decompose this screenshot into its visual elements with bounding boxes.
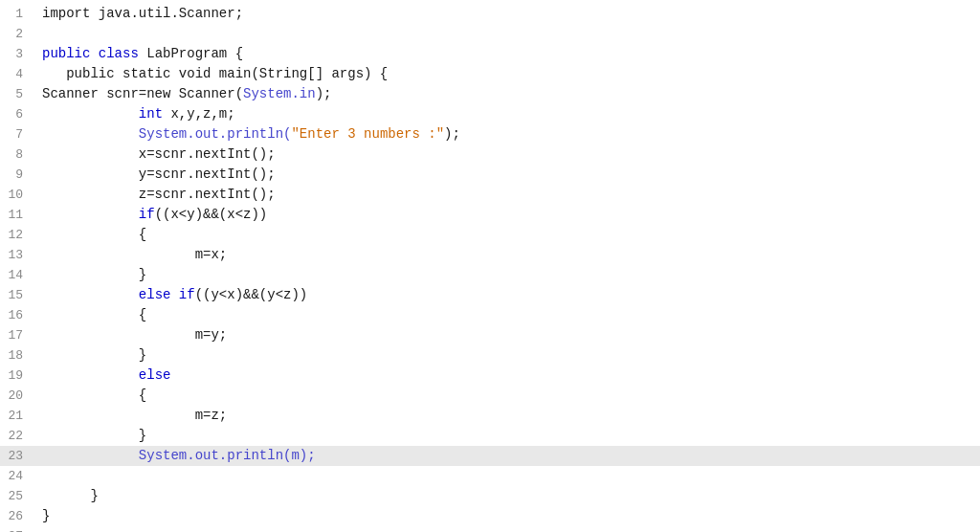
code-line: 26}	[0, 506, 980, 526]
line-content	[34, 466, 980, 485]
code-line: 20 {	[0, 386, 980, 406]
code-line: 6 int x,y,z,m;	[0, 104, 980, 124]
code-line: 18 }	[0, 345, 980, 366]
line-content: m=y;	[34, 325, 980, 344]
code-line: 21 m=z;	[0, 406, 980, 426]
line-number: 8	[0, 145, 34, 165]
line-number: 18	[0, 346, 34, 366]
code-line: 13 m=x;	[0, 245, 980, 265]
line-content: {	[34, 305, 980, 324]
code-line: 9 y=scnr.nextInt();	[0, 165, 980, 185]
line-number: 21	[0, 407, 34, 426]
line-content: z=scnr.nextInt();	[34, 185, 980, 204]
line-number: 4	[0, 65, 34, 84]
code-line: 27	[0, 526, 980, 532]
line-number: 2	[0, 25, 34, 44]
code-line: 24	[0, 466, 980, 486]
line-number: 3	[0, 45, 34, 64]
code-line: 16 {	[0, 305, 980, 325]
line-content: else	[34, 366, 980, 385]
code-line: 3public class LabProgram {	[0, 44, 980, 64]
line-number: 25	[0, 487, 34, 506]
code-line: 15 else if((y<x)&&(y<z))	[0, 285, 980, 305]
line-content: Scanner scnr=new Scanner(System.in);	[34, 84, 980, 103]
code-line: 7 System.out.println("Enter 3 numbers :"…	[0, 124, 980, 144]
code-line: 1import java.util.Scanner;	[0, 4, 980, 24]
line-number: 23	[0, 447, 34, 466]
line-content: m=x;	[34, 245, 980, 264]
code-line: 11 if((x<y)&&(x<z))	[0, 205, 980, 225]
line-number: 6	[0, 105, 34, 124]
line-number: 7	[0, 125, 34, 144]
line-number: 12	[0, 226, 34, 245]
code-line: 22 }	[0, 426, 980, 446]
line-content: }	[34, 506, 980, 525]
line-content	[34, 24, 980, 43]
code-line: 8 x=scnr.nextInt();	[0, 144, 980, 165]
line-content: }	[34, 426, 980, 445]
line-content: else if((y<x)&&(y<z))	[34, 285, 980, 304]
line-content	[34, 526, 980, 532]
line-content: public class LabProgram {	[34, 44, 980, 63]
code-line: 25 }	[0, 486, 980, 506]
line-number: 16	[0, 306, 34, 325]
line-number: 5	[0, 85, 34, 104]
line-content: }	[34, 345, 980, 365]
code-line: 17 m=y;	[0, 325, 980, 345]
line-number: 15	[0, 286, 34, 305]
code-line: 5Scanner scnr=new Scanner(System.in);	[0, 84, 980, 104]
line-content: System.out.println(m);	[34, 446, 980, 465]
code-line: 2	[0, 24, 980, 44]
line-content: {	[34, 386, 980, 405]
line-number: 27	[0, 527, 34, 532]
line-number: 9	[0, 166, 34, 185]
code-line: 12 {	[0, 225, 980, 245]
line-number: 1	[0, 5, 34, 24]
line-content: if((x<y)&&(x<z))	[34, 205, 980, 224]
code-line: 14 }	[0, 265, 980, 285]
code-line: 23 System.out.println(m);	[0, 446, 980, 466]
line-number: 26	[0, 507, 34, 526]
line-content: int x,y,z,m;	[34, 104, 980, 123]
code-line: 4 public static void main(String[] args)…	[0, 64, 980, 84]
line-content: {	[34, 225, 980, 244]
line-number: 20	[0, 387, 34, 406]
line-content: y=scnr.nextInt();	[34, 165, 980, 184]
code-editor: 1import java.util.Scanner;2 3public clas…	[0, 0, 980, 532]
line-number: 24	[0, 467, 34, 486]
line-number: 10	[0, 186, 34, 205]
line-number: 19	[0, 366, 34, 386]
line-number: 22	[0, 427, 34, 446]
line-content: import java.util.Scanner;	[34, 4, 980, 23]
line-content: x=scnr.nextInt();	[34, 144, 980, 164]
line-content: System.out.println("Enter 3 numbers :");	[34, 124, 980, 144]
line-content: m=z;	[34, 406, 980, 425]
line-number: 14	[0, 266, 34, 285]
line-number: 11	[0, 206, 34, 225]
line-content: }	[34, 265, 980, 284]
line-content: }	[34, 486, 980, 505]
code-line: 19 else	[0, 366, 980, 386]
line-number: 13	[0, 246, 34, 265]
line-number: 17	[0, 326, 34, 345]
code-line: 10 z=scnr.nextInt();	[0, 185, 980, 205]
line-content: public static void main(String[] args) {	[34, 64, 980, 83]
